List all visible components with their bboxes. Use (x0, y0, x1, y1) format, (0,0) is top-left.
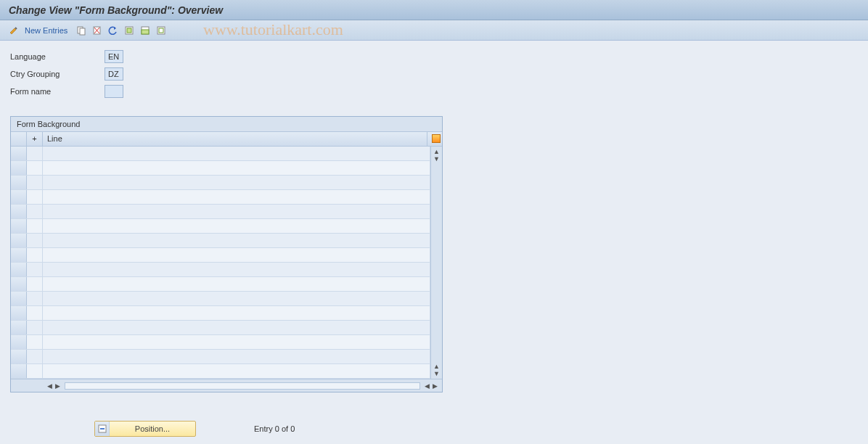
table-settings-button[interactable] (427, 132, 442, 146)
scroll-down-icon[interactable]: ▼ (433, 155, 440, 163)
scroll-down-icon[interactable]: ▼ (433, 370, 440, 377)
scroll-left-icon[interactable]: ◀ (46, 382, 54, 390)
form-name-label: Form name (10, 87, 105, 96)
table-row[interactable] (11, 248, 430, 263)
table-row[interactable] (11, 219, 430, 234)
new-entries-button[interactable]: New Entries (25, 26, 67, 35)
undo-icon[interactable] (107, 24, 120, 37)
column-header-selector[interactable] (11, 132, 27, 146)
position-icon (95, 422, 110, 436)
select-all-icon[interactable] (123, 24, 136, 37)
title-bar: Change View "Form Background": Overview (0, 0, 868, 20)
language-input[interactable] (105, 50, 123, 63)
svg-rect-6 (127, 28, 131, 33)
svg-rect-8 (142, 30, 149, 34)
scroll-up-icon[interactable]: ▲ (433, 148, 440, 155)
column-header-plus[interactable]: + (27, 132, 43, 146)
application-toolbar: New Entries (0, 20, 868, 41)
table-row[interactable] (11, 205, 430, 219)
column-header-line[interactable]: Line (43, 132, 427, 146)
scroll-left-icon[interactable]: ◀ (423, 382, 431, 390)
table-row[interactable] (11, 335, 430, 350)
language-label: Language (10, 52, 105, 61)
table-row[interactable] (11, 350, 430, 364)
svg-rect-12 (100, 428, 105, 429)
table-rows (11, 147, 430, 379)
footer-bar: Position... Entry 0 of 0 (0, 421, 868, 437)
table-row[interactable] (11, 292, 430, 306)
table-settings-icon (432, 134, 441, 143)
table-row[interactable] (11, 321, 430, 335)
toggle-display-change-icon[interactable] (7, 24, 20, 37)
ctry-grouping-label: Ctry Grouping (10, 70, 105, 78)
hscroll-track[interactable] (65, 382, 420, 390)
form-header-fields: Language Ctry Grouping Form name (10, 49, 858, 99)
scroll-right-icon[interactable]: ▶ (431, 382, 439, 390)
table-row[interactable] (11, 234, 430, 248)
scroll-up-icon[interactable]: ▲ (433, 363, 440, 370)
table-caption: Form Background (11, 117, 442, 132)
delete-icon[interactable] (91, 24, 104, 37)
position-label: Position... (110, 424, 195, 433)
ctry-grouping-input[interactable] (105, 67, 123, 81)
table-row[interactable] (11, 190, 430, 205)
scroll-right-icon[interactable]: ▶ (54, 382, 62, 390)
vertical-scrollbar[interactable]: ▲ ▼ ▲ ▼ (430, 147, 442, 379)
position-button[interactable]: Position... (94, 421, 196, 437)
table-row[interactable] (11, 277, 430, 292)
table-header-row: + Line (11, 132, 442, 147)
page-title: Change View "Form Background": Overview (9, 4, 223, 16)
horizontal-scrollbar[interactable]: ◀ ▶ ◀ ▶ (11, 379, 442, 392)
table-row[interactable] (11, 147, 430, 161)
table-row[interactable] (11, 306, 430, 321)
copy-as-icon[interactable] (75, 24, 88, 37)
table-row[interactable] (11, 263, 430, 277)
table-row[interactable] (11, 176, 430, 190)
table-row[interactable] (11, 364, 430, 379)
form-name-input[interactable] (105, 85, 123, 98)
table-row[interactable] (11, 161, 430, 176)
content-area: Language Ctry Grouping Form name Form Ba… (0, 41, 868, 401)
deselect-all-icon[interactable] (155, 24, 168, 37)
svg-rect-1 (80, 28, 85, 35)
table-form-background: Form Background + Line (10, 116, 443, 392)
select-block-icon[interactable] (139, 24, 152, 37)
entry-counter: Entry 0 of 0 (254, 424, 295, 433)
